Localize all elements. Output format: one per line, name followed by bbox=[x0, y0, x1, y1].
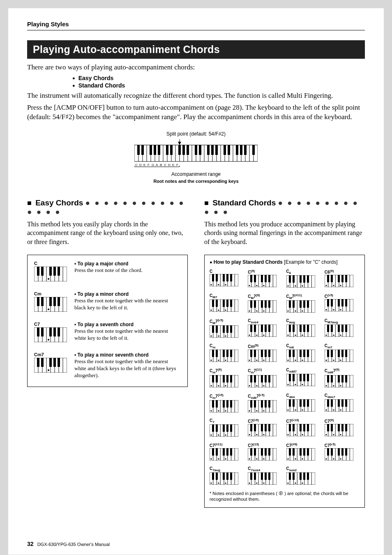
svg-rect-547 bbox=[289, 424, 291, 431]
svg-point-280 bbox=[249, 334, 250, 336]
chord-cell: Cdim bbox=[286, 393, 321, 414]
svg-point-233 bbox=[295, 310, 296, 311]
svg-rect-451 bbox=[212, 400, 214, 408]
svg-point-522 bbox=[225, 434, 226, 435]
svg-point-408 bbox=[249, 385, 250, 386]
svg-point-425 bbox=[295, 384, 296, 385]
section-title: Playing Auto-accompaniment Chords bbox=[27, 40, 365, 59]
svg-point-266 bbox=[225, 336, 226, 337]
svg-point-138 bbox=[225, 284, 226, 285]
svg-rect-119 bbox=[49, 358, 52, 367]
svg-rect-90 bbox=[41, 297, 44, 306]
svg-point-441 bbox=[333, 385, 334, 386]
svg-point-392 bbox=[210, 385, 212, 386]
svg-rect-565 bbox=[338, 424, 340, 431]
svg-point-217 bbox=[256, 310, 258, 311]
svg-marker-1 bbox=[178, 142, 181, 145]
svg-rect-631 bbox=[345, 448, 347, 456]
svg-rect-211 bbox=[250, 300, 252, 308]
svg-rect-677 bbox=[300, 472, 302, 480]
chord-name: C6 bbox=[286, 269, 321, 275]
svg-rect-76 bbox=[41, 267, 44, 276]
svg-point-344 bbox=[249, 359, 250, 361]
chord-name: C7sus4 bbox=[248, 466, 283, 472]
svg-point-473 bbox=[256, 410, 258, 411]
chord-cell: C7(13) bbox=[248, 442, 283, 462]
svg-point-520 bbox=[210, 434, 212, 435]
mini-keyboard bbox=[248, 424, 283, 438]
chord-how-desc: Press the root note of the chord. bbox=[74, 267, 143, 274]
svg-rect-629 bbox=[338, 448, 340, 456]
svg-rect-182 bbox=[341, 275, 344, 282]
svg-rect-422 bbox=[303, 374, 305, 381]
svg-rect-147 bbox=[250, 275, 252, 282]
svg-point-216 bbox=[249, 310, 250, 311]
svg-point-648 bbox=[210, 483, 212, 484]
svg-rect-355 bbox=[289, 350, 291, 357]
svg-point-602 bbox=[263, 458, 265, 460]
svg-point-361 bbox=[295, 360, 296, 361]
chord-name: CM7(#11) bbox=[286, 293, 321, 300]
svg-rect-167 bbox=[307, 275, 309, 283]
chord-name: Cm7(♭5) bbox=[210, 393, 244, 400]
svg-rect-499 bbox=[327, 399, 329, 407]
svg-point-650 bbox=[225, 483, 226, 484]
svg-rect-106 bbox=[53, 327, 56, 336]
chord-cell: C7(♭13) bbox=[286, 418, 321, 438]
svg-text:F: F bbox=[148, 163, 150, 167]
svg-rect-519 bbox=[230, 424, 232, 432]
svg-rect-107 bbox=[58, 327, 60, 336]
mini-keyboard bbox=[286, 275, 321, 289]
easy-chords-column: Easy Chords ● ● ● ● ● ● ● ● ● ● ● ● ● ● … bbox=[27, 194, 188, 387]
mini-keyboard bbox=[248, 448, 283, 462]
svg-rect-198 bbox=[226, 299, 228, 307]
svg-rect-214 bbox=[265, 300, 267, 308]
svg-rect-121 bbox=[58, 358, 60, 367]
svg-point-185 bbox=[333, 285, 334, 286]
svg-rect-339 bbox=[250, 350, 252, 357]
mini-keyboard bbox=[286, 300, 321, 314]
chord-name: CmM7 bbox=[286, 368, 321, 373]
chord-name: CmM7(♭5) bbox=[248, 393, 283, 400]
mini-keyboard bbox=[210, 375, 244, 389]
chord-cell: Cm7(9) bbox=[210, 368, 244, 389]
chord-cell: Csus2 bbox=[286, 466, 321, 486]
svg-point-568 bbox=[325, 434, 327, 435]
mini-keyboard bbox=[210, 472, 244, 486]
chord-cell: C7(#11) bbox=[210, 442, 244, 462]
chord-name: Cdim7 bbox=[325, 393, 360, 399]
svg-point-94 bbox=[48, 309, 49, 310]
chord-cell: C7aug bbox=[210, 466, 244, 486]
chord-how-desc: Press the root note together with the ne… bbox=[74, 358, 181, 379]
svg-point-504 bbox=[325, 409, 327, 410]
svg-rect-582 bbox=[226, 448, 228, 456]
svg-point-536 bbox=[249, 434, 250, 435]
svg-point-665 bbox=[256, 483, 258, 484]
svg-point-346 bbox=[263, 359, 265, 361]
svg-rect-423 bbox=[307, 374, 309, 381]
svg-rect-295 bbox=[307, 325, 309, 332]
svg-rect-630 bbox=[341, 448, 344, 456]
svg-point-108 bbox=[48, 339, 49, 341]
std-head-bold: How to play Standard Chords bbox=[214, 259, 284, 265]
page-footer: 32 DGX-630/YPG-635 Owner's Manual bbox=[27, 541, 110, 547]
svg-point-152 bbox=[249, 285, 250, 286]
svg-point-345 bbox=[256, 359, 258, 361]
svg-rect-389 bbox=[223, 375, 225, 382]
mini-keyboard bbox=[325, 275, 360, 289]
svg-rect-356 bbox=[293, 350, 295, 357]
svg-rect-358 bbox=[303, 350, 305, 357]
chord-cell: C7 bbox=[210, 418, 244, 438]
svg-rect-195 bbox=[212, 299, 214, 307]
chord-name: C6(9) bbox=[325, 269, 360, 274]
svg-rect-484 bbox=[293, 399, 295, 407]
svg-rect-564 bbox=[331, 424, 333, 431]
svg-rect-468 bbox=[254, 400, 256, 408]
svg-rect-197 bbox=[223, 299, 225, 307]
svg-rect-293 bbox=[300, 325, 302, 332]
svg-rect-404 bbox=[254, 375, 256, 382]
svg-rect-375 bbox=[345, 350, 347, 357]
svg-rect-548 bbox=[293, 424, 295, 431]
svg-rect-390 bbox=[226, 375, 228, 382]
chord-how-title: To play a seventh chord bbox=[74, 322, 181, 328]
